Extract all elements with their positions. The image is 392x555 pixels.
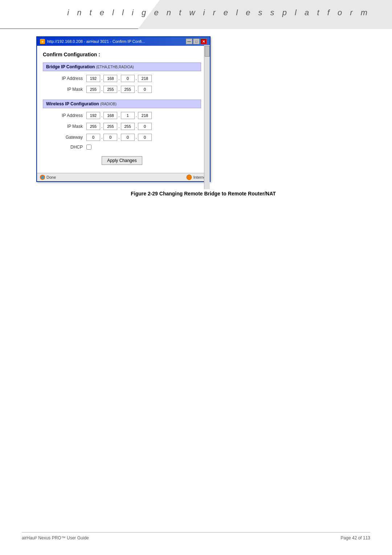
wireless-ip-input-group: . . .	[86, 112, 152, 119]
apply-changes-button[interactable]: Apply Changes	[102, 156, 142, 165]
footer: airHaul² Nexus PRO™ User Guide Page 42 o…	[22, 532, 370, 540]
wireless-gateway-octet-3[interactable]	[121, 134, 135, 141]
wireless-ip-octet-4[interactable]	[138, 112, 152, 119]
wireless-mask-input-group: . . .	[86, 123, 152, 130]
bridge-section-header: Bridge IP Configuration (ETHA,ETHB,RADIO…	[43, 62, 201, 71]
browser-titlebar: e http://192.168.0.208 - airHaul 3021 - …	[37, 37, 210, 46]
footer-left: airHaul² Nexus PRO™ User Guide	[22, 535, 89, 540]
titlebar-buttons: — □ ✕	[186, 39, 207, 44]
wireless-ip-octet-3[interactable]	[121, 112, 135, 119]
wireless-mask-row: IP Mask . . .	[43, 122, 201, 131]
wireless-ip-section: Wireless IP Configuration (RADIOB) IP Ad…	[43, 100, 201, 150]
wireless-ip-row: IP Address . . .	[43, 111, 201, 120]
wireless-section-label: Wireless IP Configuration	[46, 101, 99, 106]
wireless-section-sub: (RADIOB)	[100, 102, 117, 106]
bridge-mask-octet-1[interactable]	[86, 86, 100, 93]
status-done-text: Done	[46, 175, 56, 179]
minimize-button[interactable]: —	[186, 39, 192, 44]
wireless-mask-dot-1: .	[101, 124, 103, 129]
wireless-gateway-label: Gateway	[43, 135, 86, 140]
wireless-mask-label: IP Mask	[43, 124, 86, 129]
done-icon: 🌐	[40, 175, 45, 180]
close-button[interactable]: ✕	[200, 39, 207, 44]
bridge-mask-dot-3: .	[135, 87, 137, 92]
wireless-ip-octet-2[interactable]	[103, 112, 117, 119]
titlebar-left: e http://192.168.0.208 - airHaul 3021 - …	[40, 39, 145, 44]
bridge-ip-octet-2[interactable]	[103, 75, 117, 82]
footer-right: Page 42 of 113	[341, 535, 370, 540]
bridge-section-sub: (ETHA,ETHB,RADIOA)	[96, 65, 134, 69]
bridge-mask-dot-2: .	[118, 87, 120, 92]
bridge-ip-section: Bridge IP Configuration (ETHA,ETHB,RADIO…	[43, 62, 201, 94]
wireless-mask-octet-1[interactable]	[86, 123, 100, 130]
wireless-section-header: Wireless IP Configuration (RADIOB)	[43, 100, 201, 108]
wireless-gateway-dot-1: .	[101, 135, 103, 140]
wireless-gateway-input-group: . . .	[86, 134, 152, 141]
bridge-ip-label: IP Address	[43, 76, 86, 81]
wireless-mask-dot-3: .	[135, 124, 137, 129]
wireless-gateway-octet-2[interactable]	[103, 134, 117, 141]
browser-icon: e	[40, 39, 45, 44]
bridge-section-label: Bridge IP Configuration	[46, 64, 95, 69]
bridge-mask-label: IP Mask	[43, 87, 86, 92]
wireless-mask-octet-2[interactable]	[103, 123, 117, 130]
bridge-mask-dot-1: .	[101, 87, 103, 92]
dhcp-checkbox[interactable]	[86, 145, 91, 150]
bridge-mask-input-group: . . .	[86, 86, 152, 93]
figure-caption: Figure 2-29 Changing Remote Bridge to Re…	[36, 191, 370, 197]
bridge-mask-octet-2[interactable]	[103, 86, 117, 93]
wireless-gateway-row: Gateway . . .	[43, 133, 201, 142]
bridge-ip-dot-3: .	[135, 76, 137, 81]
status-left: 🌐 Done	[40, 175, 56, 180]
wireless-ip-octet-1[interactable]	[86, 112, 100, 119]
bridge-mask-octet-4[interactable]	[138, 86, 152, 93]
bridge-ip-dot-1: .	[101, 76, 103, 81]
browser-title: http://192.168.0.208 - airHaul 3021 - Co…	[47, 39, 145, 44]
header-bar: i n t e l l i g e n t w i r e l e s s p …	[0, 0, 392, 29]
browser-window: e http://192.168.0.208 - airHaul 3021 - …	[36, 36, 211, 182]
internet-icon	[186, 174, 192, 180]
wireless-gateway-octet-1[interactable]	[86, 134, 100, 141]
bridge-ip-octet-1[interactable]	[86, 75, 100, 82]
bridge-mask-row: IP Mask . . .	[43, 85, 201, 94]
header-tagline: i n t e l l i g e n t w i r e l e s s p …	[67, 8, 370, 17]
wireless-ip-dot-3: .	[135, 113, 137, 118]
wireless-mask-dot-2: .	[118, 124, 120, 129]
maximize-button[interactable]: □	[193, 39, 200, 44]
wireless-gateway-dot-2: .	[118, 135, 120, 140]
wireless-mask-octet-4[interactable]	[138, 123, 152, 130]
wireless-dhcp-label: DHCP	[43, 145, 86, 150]
wireless-gateway-octet-4[interactable]	[138, 134, 152, 141]
browser-content: Confirm Configuration : Bridge IP Config…	[37, 46, 210, 173]
bridge-ip-octet-4[interactable]	[138, 75, 152, 82]
main-content: e http://192.168.0.208 - airHaul 3021 - …	[36, 36, 370, 197]
wireless-gateway-dot-3: .	[135, 135, 137, 140]
wireless-ip-label: IP Address	[43, 113, 86, 118]
confirm-title: Confirm Configuration :	[43, 52, 201, 57]
bridge-ip-dot-2: .	[118, 76, 120, 81]
scrollbar-thumb[interactable]	[205, 46, 210, 57]
bridge-ip-row: IP Address . . .	[43, 74, 201, 83]
wireless-ip-dot-2: .	[118, 113, 120, 118]
bridge-mask-octet-3[interactable]	[121, 86, 135, 93]
bridge-ip-input-group: . . .	[86, 75, 152, 82]
wireless-ip-dot-1: .	[101, 113, 103, 118]
scrollbar-track[interactable]	[204, 45, 210, 189]
wireless-mask-octet-3[interactable]	[121, 123, 135, 130]
browser-statusbar: 🌐 Done Internet	[37, 173, 210, 181]
bridge-ip-octet-3[interactable]	[121, 75, 135, 82]
wireless-dhcp-row: DHCP	[43, 144, 201, 150]
